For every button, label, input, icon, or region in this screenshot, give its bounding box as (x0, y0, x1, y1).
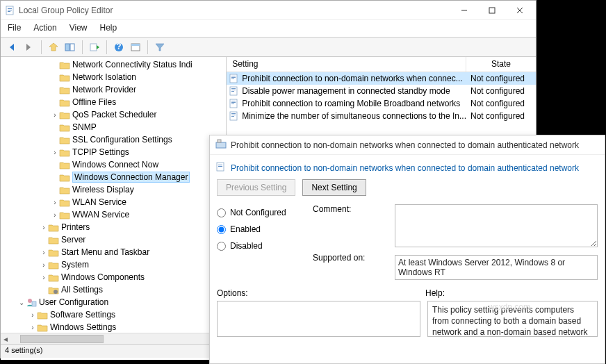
previous-setting-button[interactable]: Previous Setting (217, 179, 295, 196)
show-hide-tree-button[interactable] (63, 40, 78, 55)
policy-title: Prohibit connection to non-domain networ… (231, 163, 579, 173)
folder-icon (37, 322, 48, 332)
menu-view[interactable]: View (69, 23, 88, 33)
menu-file[interactable]: File (8, 23, 21, 33)
tree-horizontal-scrollbar[interactable]: ◂▸ (1, 333, 229, 344)
folder-icon (59, 135, 70, 144)
help-text: This policy setting prevents computers f… (427, 301, 598, 337)
tree-item[interactable]: ›Software Settings (6, 308, 226, 321)
expand-icon[interactable]: › (51, 111, 59, 119)
tree-item-label: WWAN Service (72, 210, 129, 220)
tree-item[interactable]: SSL Configuration Settings (6, 133, 226, 146)
tree-item[interactable]: Windows Connection Manager (6, 171, 226, 183)
navigation-tree[interactable]: Network Connectivity Status IndiNetwork … (1, 57, 226, 333)
next-setting-button[interactable]: Next Setting (302, 179, 366, 196)
policy-icon (228, 74, 239, 83)
svg-rect-31 (231, 101, 236, 101)
expand-icon[interactable]: › (51, 199, 59, 206)
expand-icon[interactable]: › (40, 261, 48, 269)
svg-rect-1 (8, 8, 12, 9)
list-row[interactable]: Disable power management in connected st… (227, 85, 536, 97)
tree-item[interactable]: ›WWAN Service (6, 208, 226, 221)
tree-item-label: Printers (61, 222, 90, 232)
forward-button[interactable] (22, 40, 37, 55)
tree-item[interactable]: Offline Files (6, 96, 226, 108)
tree-item-label: WLAN Service (72, 197, 126, 207)
tree-item[interactable]: Wireless Display (6, 183, 226, 196)
expand-icon[interactable]: › (40, 249, 48, 256)
tree-item[interactable]: ›Windows Settings (6, 321, 226, 333)
tree-item[interactable]: ›QoS Packet Scheduler (6, 108, 226, 121)
list-row[interactable]: Prohibit connection to roaming Mobile Br… (227, 97, 536, 110)
row-label: Prohibit connection to roaming Mobile Br… (242, 99, 466, 108)
tree-item-label: Windows Components (61, 272, 145, 282)
folder-icon (59, 197, 70, 207)
svg-rect-5 (489, 8, 495, 13)
svg-rect-38 (216, 142, 226, 148)
expand-icon[interactable]: › (28, 324, 37, 331)
menu-action[interactable]: Action (33, 23, 56, 33)
comment-textarea[interactable] (395, 204, 598, 247)
list-row[interactable]: Prohibit connection to non-domain networ… (227, 72, 536, 85)
svg-rect-35 (231, 113, 236, 114)
expand-icon[interactable]: › (40, 224, 48, 231)
expand-icon[interactable]: › (51, 211, 59, 219)
toolbar: ? (1, 38, 536, 57)
supported-on-label: Supported on: (313, 253, 389, 263)
tree-item[interactable]: ›WLAN Service (6, 196, 226, 208)
menu-help[interactable]: Help (100, 23, 117, 33)
properties-button[interactable] (128, 40, 143, 55)
folder-icon (48, 260, 59, 270)
tree-item[interactable]: ›Printers (6, 221, 226, 233)
settings-list[interactable]: Prohibit connection to non-domain networ… (227, 72, 536, 122)
expand-icon[interactable]: › (28, 311, 37, 319)
tree-item[interactable]: ›System (6, 258, 226, 271)
tree-item[interactable]: Network Isolation (6, 71, 226, 83)
close-button[interactable] (511, 3, 529, 17)
col-state[interactable]: State (466, 57, 536, 72)
help-button[interactable]: ? (111, 40, 126, 55)
svg-rect-32 (231, 102, 236, 103)
radio-not-configured[interactable]: Not Configured (217, 204, 307, 221)
radio-disabled[interactable]: Disabled (217, 238, 307, 254)
tree-item-label: Network Isolation (72, 72, 136, 82)
tree-item[interactable]: Windows Connect Now (6, 158, 226, 171)
svg-rect-2 (8, 10, 12, 10)
tree-item-label: Software Settings (50, 310, 115, 320)
folder-icon (59, 160, 70, 169)
filter-button[interactable] (152, 40, 167, 55)
tree-item[interactable]: ›Start Menu and Taskbar (6, 246, 226, 258)
expand-icon[interactable]: › (51, 149, 59, 156)
maximize-button[interactable] (483, 3, 501, 17)
col-setting[interactable]: Setting (227, 57, 466, 72)
tree-item[interactable]: ›Windows Components (6, 271, 226, 283)
radio-enabled[interactable]: Enabled (217, 221, 307, 238)
expand-icon[interactable]: › (40, 274, 48, 281)
tree-item[interactable]: Server (6, 233, 226, 246)
tree-item[interactable]: ⌄User Configuration (6, 296, 226, 308)
tree-item[interactable]: Network Provider (6, 83, 226, 96)
minimize-button[interactable] (455, 3, 473, 17)
policy-icon (228, 86, 239, 96)
export-button[interactable] (87, 40, 102, 55)
back-button[interactable] (5, 40, 20, 55)
tree-item[interactable]: All Settings (6, 283, 226, 296)
up-button[interactable] (46, 40, 61, 55)
tree-item[interactable]: ›TCPIP Settings (6, 146, 226, 158)
folder-icon (59, 185, 70, 195)
tree-item-label: Windows Connect Now (72, 160, 158, 169)
tree-item-label: Offline Files (72, 97, 116, 107)
tree-item-label: SNMP (72, 122, 97, 132)
tree-item[interactable]: SNMP (6, 121, 226, 133)
policy-icon (228, 111, 239, 121)
tree-item[interactable]: Network Connectivity Status Indi (6, 58, 226, 71)
svg-rect-23 (231, 76, 236, 76)
tree-item-label: Wireless Display (72, 185, 134, 195)
svg-text:?: ? (116, 42, 121, 51)
svg-rect-24 (231, 77, 236, 78)
collapse-icon[interactable]: ⌄ (17, 299, 26, 306)
folder-icon (37, 310, 48, 320)
options-label: Options: (217, 288, 425, 298)
list-row[interactable]: Minimize the number of simultaneous conn… (227, 110, 536, 122)
svg-rect-10 (65, 44, 69, 51)
